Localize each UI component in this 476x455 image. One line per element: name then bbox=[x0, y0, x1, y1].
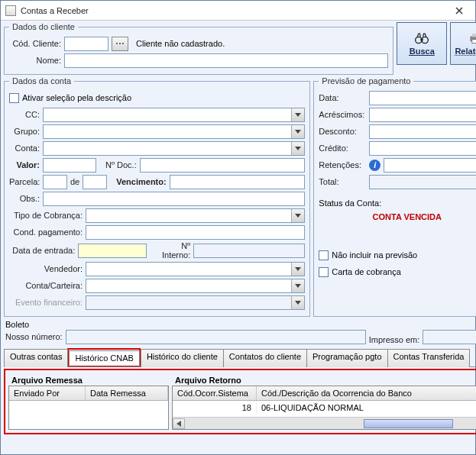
conta-group: Dados da conta Ativar seleção pela descr… bbox=[4, 76, 310, 317]
naoincluir-checkbox[interactable] bbox=[319, 250, 329, 260]
window-title: Contas a Receber bbox=[21, 6, 448, 15]
relatorios-label: Relatórios bbox=[455, 47, 476, 56]
ret-label: Retenções: bbox=[319, 160, 366, 169]
cod-cliente-lookup-button[interactable] bbox=[112, 37, 128, 51]
carta-label: Carta de cobrança bbox=[332, 267, 401, 276]
ndoc-input[interactable] bbox=[140, 158, 306, 173]
parcela-input[interactable] bbox=[43, 175, 67, 189]
remessa-col1[interactable]: Enviado Por bbox=[9, 386, 86, 400]
previsao-legend: Previsão de pagamento bbox=[319, 76, 413, 86]
svg-point-4 bbox=[122, 43, 124, 44]
printer-icon bbox=[468, 31, 476, 45]
remessa-col2[interactable]: Data Remessa bbox=[86, 386, 168, 400]
tab-content: Arquivo Remessa Enviado Por Data Remessa… bbox=[7, 372, 476, 431]
valor-input[interactable] bbox=[43, 158, 96, 173]
desc-label: Desconto: bbox=[319, 127, 366, 136]
retorno-title: Arquivo Retorno bbox=[172, 375, 476, 386]
vendedor-label: Vendedor: bbox=[9, 264, 83, 273]
cc-combo[interactable] bbox=[43, 108, 305, 122]
venc-label: Vencimento: bbox=[116, 177, 166, 186]
cred-input[interactable] bbox=[369, 141, 476, 156]
acres-input[interactable] bbox=[369, 108, 476, 122]
tab-progpgto[interactable]: Programação pgto bbox=[306, 349, 388, 367]
remessa-grid[interactable]: Enviado Por Data Remessa bbox=[8, 386, 169, 430]
busca-label: Busca bbox=[410, 47, 435, 56]
close-button[interactable] bbox=[448, 2, 471, 19]
tipocob-label: Tipo de Cobrança: bbox=[9, 211, 83, 220]
retorno-col2[interactable]: Cód./Descrição da Ocorrencia do Banco bbox=[257, 386, 476, 400]
svg-rect-7 bbox=[421, 39, 423, 41]
chevron-down-icon bbox=[291, 142, 304, 155]
dataent-label: Data de entrada: bbox=[9, 246, 75, 255]
grupo-label: Grupo: bbox=[9, 127, 40, 136]
tabs: Outras contas Histórico CNAB Histórico d… bbox=[4, 348, 476, 367]
obs-label: Obs.: bbox=[9, 194, 40, 203]
nome-input[interactable] bbox=[64, 53, 388, 68]
ativar-selecao-label: Ativar seleção pela descrição bbox=[22, 93, 131, 102]
ret-input[interactable] bbox=[384, 158, 476, 173]
retorno-hscroll[interactable] bbox=[173, 417, 476, 429]
ndoc-label: Nº Doc.: bbox=[105, 160, 137, 169]
nome-label: Nome: bbox=[9, 56, 61, 65]
desc-input[interactable] bbox=[369, 124, 476, 139]
grupo-combo[interactable] bbox=[43, 124, 305, 139]
retorno-col1[interactable]: Cód.Ocorr.Sistema bbox=[173, 386, 257, 400]
tab-transf[interactable]: Contas Transferida bbox=[387, 349, 471, 367]
chevron-down-icon bbox=[291, 279, 304, 292]
parcela-de-input[interactable] bbox=[83, 175, 107, 189]
nosso-input bbox=[66, 330, 366, 344]
titlebar: Contas a Receber bbox=[1, 1, 475, 21]
retorno-panel: Arquivo Retorno Cód.Ocorr.Sistema Cód./D… bbox=[172, 375, 476, 430]
info-icon[interactable]: i bbox=[369, 160, 380, 171]
acres-label: Acréscimos: bbox=[319, 110, 366, 119]
relatorios-button[interactable]: Relatórios bbox=[450, 22, 476, 65]
scroll-left-icon[interactable] bbox=[173, 418, 185, 429]
conta-label: Conta: bbox=[9, 144, 40, 153]
ativar-selecao-checkbox[interactable] bbox=[9, 93, 19, 103]
svg-rect-10 bbox=[472, 40, 476, 44]
tipocob-combo[interactable] bbox=[86, 208, 305, 223]
vendedor-combo[interactable] bbox=[86, 262, 305, 276]
busca-button[interactable]: Busca bbox=[397, 22, 447, 65]
tab-cnab[interactable]: Histórico CNAB bbox=[69, 350, 139, 366]
condpag-input[interactable] bbox=[86, 225, 305, 240]
status-label: Status da Conta: bbox=[319, 198, 476, 208]
parcela-label: Parcela: bbox=[9, 177, 40, 186]
cod-cliente-input[interactable] bbox=[64, 37, 108, 51]
condpag-label: Cond. pagamento: bbox=[9, 228, 83, 237]
obs-input[interactable] bbox=[43, 192, 305, 206]
window: Contas a Receber Dados do cliente Cód. C… bbox=[0, 0, 476, 455]
svg-marker-11 bbox=[176, 421, 181, 427]
tab-histcli[interactable]: Histórico do cliente bbox=[141, 349, 224, 367]
cliente-status: Cliente não cadastrado. bbox=[136, 39, 225, 48]
cod-cliente-label: Cód. Cliente: bbox=[9, 39, 61, 48]
tab-outras[interactable]: Outras contas bbox=[4, 349, 68, 367]
contacart-combo[interactable] bbox=[86, 279, 305, 293]
cred-label: Crédito: bbox=[319, 144, 366, 153]
naoincluir-label: Não incluir na previsão bbox=[332, 250, 417, 260]
de-label: de bbox=[70, 177, 79, 186]
cliente-group: Dados do cliente Cód. Cliente: Cliente n… bbox=[4, 22, 393, 75]
carta-checkbox[interactable] bbox=[319, 267, 329, 277]
svg-rect-9 bbox=[472, 34, 476, 37]
dataent-input[interactable] bbox=[78, 244, 147, 258]
remessa-panel: Arquivo Remessa Enviado Por Data Remessa bbox=[8, 375, 169, 430]
impresso-input bbox=[423, 330, 476, 344]
impresso-label: Impresso em: bbox=[369, 335, 420, 344]
retorno-r1c1: 18 bbox=[173, 401, 257, 415]
chevron-down-icon bbox=[291, 263, 304, 276]
status-value: CONTA VENCIDA bbox=[319, 212, 476, 221]
data-input[interactable] bbox=[369, 91, 476, 105]
retorno-r1c2: 06-LIQUIDAÇÃO NORMAL bbox=[257, 401, 476, 415]
table-row[interactable]: 18 06-LIQUIDAÇÃO NORMAL bbox=[173, 401, 476, 415]
tab-contatos[interactable]: Contatos do cliente bbox=[223, 349, 307, 367]
conta-combo[interactable] bbox=[43, 141, 305, 156]
total-input bbox=[369, 175, 476, 189]
ninterno-label: Nº Interno: bbox=[154, 241, 190, 260]
svg-point-2 bbox=[116, 43, 118, 44]
app-icon bbox=[5, 5, 16, 16]
cc-label: CC: bbox=[9, 110, 40, 119]
total-label: Total: bbox=[319, 177, 366, 186]
venc-input[interactable] bbox=[170, 175, 306, 189]
retorno-grid[interactable]: Cód.Ocorr.Sistema Cód./Descrição da Ocor… bbox=[172, 386, 476, 430]
